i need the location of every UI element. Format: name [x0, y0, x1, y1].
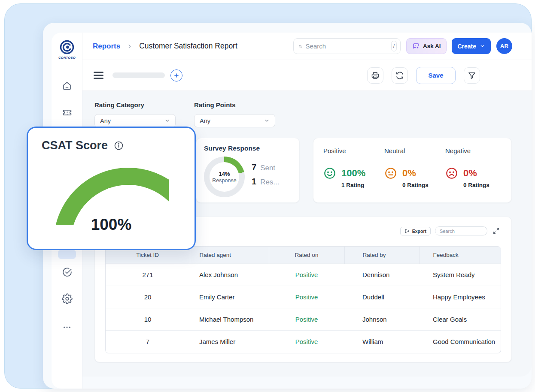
- rating-points-value: Any: [200, 118, 210, 124]
- csat-score-value: 100%: [54, 216, 169, 234]
- csat-score-card: CSAT Score 100%: [27, 127, 196, 250]
- table-row[interactable]: 20 Emily Carter Positive Duddell Happy E…: [106, 286, 501, 308]
- refresh-icon: [395, 71, 404, 80]
- cell-rated-by: Johnson: [344, 308, 419, 330]
- survey-response-card: Survey Response 14% Response 7 Sent 1 R: [196, 138, 300, 203]
- sidebar-item-home[interactable]: [52, 81, 82, 91]
- sidebar-item-active-indicator[interactable]: [58, 250, 76, 259]
- export-icon: [404, 229, 410, 234]
- response-rate-value: 14%: [219, 171, 230, 177]
- rating-category-select[interactable]: Any: [94, 114, 176, 127]
- ticket-icon: [62, 107, 73, 118]
- sent-label: Sent: [260, 164, 275, 172]
- table-row[interactable]: 7 James Miller Positive William Good Com…: [106, 330, 501, 353]
- sidebar-item-more[interactable]: [52, 323, 82, 332]
- column-header-rated-on[interactable]: Rated on: [269, 247, 344, 263]
- cell-feedback: Good Communication: [419, 330, 501, 353]
- cell-rated-by: Duddell: [344, 286, 419, 308]
- chevron-down-icon: [480, 43, 485, 49]
- column-header-rated-agent[interactable]: Rated agent: [190, 247, 269, 263]
- neutral-rating-block: Neutral 0% 0 Ratings: [384, 147, 445, 202]
- cell-ticket-id: 271: [106, 263, 190, 286]
- responses-label: Res...: [260, 178, 279, 187]
- brand-name: CONTOSO: [52, 56, 82, 60]
- negative-count: 0 Ratings: [463, 182, 506, 188]
- cell-rated-on: Positive: [269, 263, 344, 286]
- expand-table-button[interactable]: [492, 227, 500, 235]
- export-button[interactable]: Export: [400, 227, 431, 235]
- positive-count: 1 Rating: [341, 182, 384, 188]
- sent-count: 7: [252, 163, 256, 172]
- responses-stat: 1 Res...: [252, 177, 280, 187]
- check-circle-icon: [62, 267, 73, 277]
- cell-rated-by: Dennison: [344, 263, 419, 286]
- rating-category-label: Rating Category: [94, 101, 176, 109]
- cell-rated-agent: Michael Thompson: [190, 308, 269, 330]
- gear-icon: [62, 293, 73, 304]
- ratings-summary-card: Positive 100% 1 Rating Neutral 0% 0: [313, 138, 512, 203]
- ellipsis-icon: [62, 323, 72, 332]
- info-icon[interactable]: [114, 141, 124, 151]
- column-header-feedback[interactable]: Feedback: [419, 247, 501, 263]
- responses-count: 1: [252, 177, 256, 187]
- negative-label: Negative: [445, 147, 506, 154]
- survey-response-title: Survey Response: [204, 145, 292, 152]
- rating-points-select[interactable]: Any: [194, 114, 275, 127]
- chevron-right-icon: [127, 43, 133, 49]
- ratings-table: Ticket ID Rated agent Rated on Rated by …: [105, 246, 501, 353]
- plus-icon: [173, 72, 179, 78]
- cell-ticket-id: 10: [106, 308, 190, 330]
- page-title: Customer Satisfaction Report: [139, 42, 237, 51]
- cell-feedback: Clear Goals: [419, 308, 501, 330]
- positive-label: Positive: [323, 147, 384, 154]
- filter-button[interactable]: [464, 67, 480, 84]
- positive-rating-block: Positive 100% 1 Rating: [323, 147, 384, 202]
- filter-rating-points: Rating Points Any: [194, 101, 275, 127]
- search-input[interactable]: [306, 42, 391, 50]
- printer-icon: [371, 71, 380, 80]
- chevron-down-icon: [164, 118, 170, 124]
- export-label: Export: [412, 229, 426, 234]
- rating-points-label: Rating Points: [194, 101, 275, 109]
- refresh-button[interactable]: [392, 67, 408, 84]
- search-shortcut-badge: /: [391, 41, 397, 51]
- table-search-input[interactable]: [435, 226, 487, 235]
- app-header: Reports Customer Satisfaction Report / A…: [82, 33, 532, 60]
- csat-gauge-chart: 100%: [54, 168, 169, 236]
- cell-rated-on: Positive: [269, 308, 344, 330]
- sidebar-item-tasks[interactable]: [52, 267, 82, 277]
- column-header-rated-by[interactable]: Rated by: [344, 247, 419, 263]
- sidebar-item-settings[interactable]: [52, 293, 82, 304]
- search-icon: [298, 43, 302, 50]
- neutral-count: 0 Ratings: [402, 182, 445, 188]
- chevron-down-icon: [264, 118, 270, 124]
- cell-feedback: Happy Employees: [419, 286, 501, 308]
- create-button[interactable]: Create: [452, 38, 491, 54]
- table-row[interactable]: 10 Michael Thompson Positive Johnson Cle…: [106, 308, 501, 330]
- cell-rated-on: Positive: [269, 286, 344, 308]
- global-search[interactable]: /: [293, 38, 401, 54]
- add-tab-button[interactable]: [170, 69, 182, 81]
- neutral-percent: 0%: [402, 168, 416, 179]
- positive-percent: 100%: [341, 168, 365, 179]
- negative-rating-block: Negative 0% 0 Ratings: [445, 147, 506, 202]
- cell-ticket-id: 20: [106, 286, 190, 308]
- happy-face-icon: [323, 167, 336, 180]
- brand-logo[interactable]: CONTOSO: [52, 39, 82, 60]
- report-toolbar: Save: [82, 60, 532, 91]
- menu-icon[interactable]: [94, 72, 103, 79]
- contoso-logo-icon: [59, 39, 75, 55]
- cell-feedback: System Ready: [419, 263, 501, 286]
- table-row[interactable]: 271 Alex Johnson Positive Dennison Syste…: [106, 263, 501, 286]
- ask-ai-button[interactable]: Ask AI: [406, 38, 447, 54]
- print-button[interactable]: [367, 67, 383, 84]
- breadcrumb-reports-link[interactable]: Reports: [93, 42, 120, 51]
- cell-rated-agent: Emily Carter: [190, 286, 269, 308]
- sidebar-item-tickets[interactable]: [52, 107, 82, 118]
- save-button[interactable]: Save: [416, 67, 456, 84]
- ask-ai-label: Ask AI: [423, 43, 441, 49]
- survey-response-donut-chart: 14% Response: [204, 157, 245, 197]
- user-avatar[interactable]: AR: [496, 38, 512, 54]
- cell-rated-by: William: [344, 330, 419, 353]
- csat-score-title: CSAT Score: [42, 139, 108, 152]
